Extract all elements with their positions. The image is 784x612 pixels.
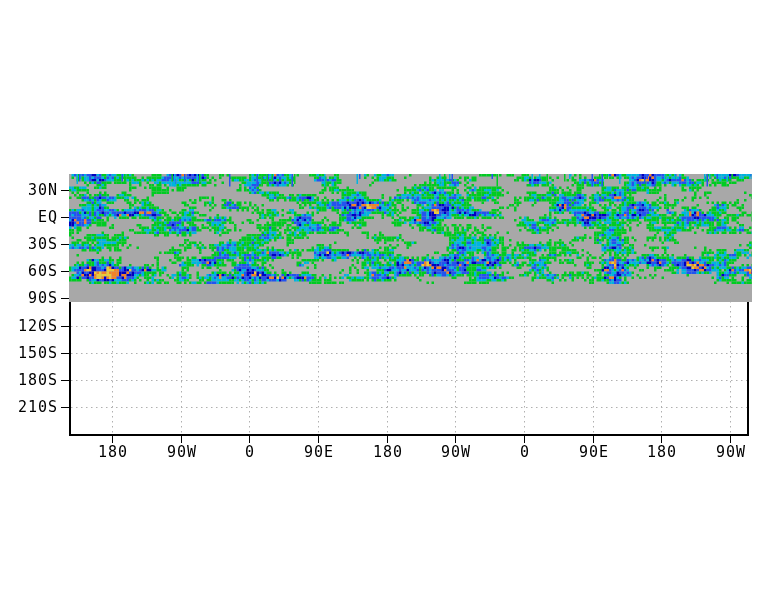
grads-plot-figure: 30NEQ30S60S90S120S150S180S210S 18090W090… [0,0,784,612]
x-tick-label: 90E [579,445,609,460]
y-tick-label: 30S [2,237,58,252]
x-tick-label: 90E [304,445,334,460]
x-tick-label: 0 [520,445,530,460]
x-tick-label: 0 [245,445,255,460]
y-tick-label: 30N [2,183,58,198]
x-tick-label: 180 [98,445,128,460]
y-tick-label: 60S [2,264,58,279]
y-tick-label: 210S [2,400,58,415]
heatmap-field-canvas [0,0,784,612]
x-tick-label: 180 [373,445,403,460]
x-tick-label: 90W [716,445,746,460]
y-tick-label: 120S [2,319,58,334]
y-tick-label: 150S [2,346,58,361]
x-tick-label: 180 [647,445,677,460]
x-tick-label: 90W [167,445,197,460]
x-tick-label: 90W [441,445,471,460]
y-tick-label: EQ [2,210,58,225]
y-tick-label: 180S [2,373,58,388]
y-tick-label: 90S [2,291,58,306]
